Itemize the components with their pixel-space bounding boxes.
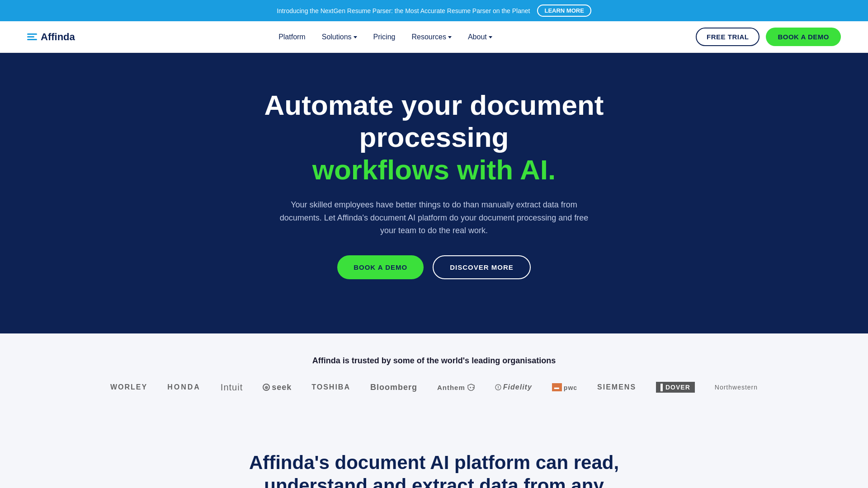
book-demo-nav-button[interactable]: BOOK A DEMO	[766, 28, 841, 46]
nav-link-pricing[interactable]: Pricing	[373, 33, 396, 41]
trusted-title: Affinda is trusted by some of the world'…	[0, 356, 868, 366]
logo-honda: HONDA	[167, 383, 201, 391]
logo-icon	[27, 33, 37, 40]
nav-item-pricing[interactable]: Pricing	[373, 33, 396, 41]
logo-seek: ⊕ seek	[263, 383, 292, 392]
bottom-section: Affinda's document AI platform can read,…	[0, 420, 868, 488]
logo-bloomberg: Bloomberg	[370, 383, 417, 392]
logo-pwc: ▬ pwc	[552, 383, 577, 391]
logo-fidelity: Fidelity	[495, 383, 532, 391]
chevron-down-icon	[489, 36, 492, 38]
logo-anthem: Anthem ✦✦	[437, 384, 475, 391]
svg-text:✦✦: ✦✦	[469, 386, 475, 389]
logo-worley: Worley	[110, 383, 147, 391]
top-banner: Introducing the NextGen Resume Parser: t…	[0, 0, 868, 21]
nav-link-resources[interactable]: Resources	[411, 33, 451, 41]
anthem-shield-icon: ✦✦	[467, 384, 475, 391]
hero-heading-main: Automate your document processing	[264, 89, 604, 153]
logo-northwestern: Northwestern	[715, 384, 758, 391]
hero-book-demo-button[interactable]: BOOK A DEMO	[337, 255, 424, 279]
logo-siemens: SIEMENS	[597, 383, 636, 391]
hero-buttons: BOOK A DEMO DISCOVER MORE	[18, 255, 850, 279]
hero-heading-highlight: workflows with AI.	[312, 154, 556, 185]
nav-menu: Platform Solutions Pricing Resources Abo…	[278, 33, 492, 41]
logo-toshiba: TOSHIBA	[311, 383, 350, 391]
nav-item-about[interactable]: About	[468, 33, 492, 41]
bottom-heading: Affinda's document AI platform can read,…	[231, 451, 637, 488]
logo-dover: ▌DOVER	[656, 382, 695, 393]
nav-link-platform[interactable]: Platform	[278, 33, 306, 41]
navbar: Affinda Platform Solutions Pricing Resou…	[0, 21, 868, 53]
logo-text: Affinda	[41, 31, 75, 43]
nav-link-about[interactable]: About	[468, 33, 492, 41]
logos-strip: Worley HONDA Intuit ⊕ seek TOSHIBA Bloom…	[0, 382, 868, 393]
hero-section: Automate your document processing workfl…	[0, 53, 868, 333]
hero-heading: Automate your document processing workfl…	[231, 89, 637, 186]
nav-link-solutions[interactable]: Solutions	[322, 33, 357, 41]
navbar-actions: FREE TRIAL BOOK A DEMO	[696, 28, 841, 46]
logo-link[interactable]: Affinda	[27, 31, 75, 43]
chevron-down-icon	[448, 36, 452, 38]
seek-globe-icon: ⊕	[263, 384, 270, 391]
hero-discover-more-button[interactable]: DISCOVER MORE	[433, 255, 531, 279]
pwc-box-icon: ▬	[552, 383, 562, 391]
trusted-section: Affinda is trusted by some of the world'…	[0, 333, 868, 420]
chevron-down-icon	[354, 36, 357, 38]
free-trial-button[interactable]: FREE TRIAL	[696, 28, 760, 46]
logo-intuit: Intuit	[221, 382, 243, 393]
nav-item-solutions[interactable]: Solutions	[322, 33, 357, 41]
hero-subtext: Your skilled employees have better thing…	[276, 198, 592, 237]
nav-item-resources[interactable]: Resources	[411, 33, 451, 41]
banner-learn-more-button[interactable]: LEARN MORE	[537, 5, 591, 17]
banner-text: Introducing the NextGen Resume Parser: t…	[277, 7, 530, 14]
nav-item-platform[interactable]: Platform	[278, 33, 306, 41]
fidelity-icon	[495, 384, 501, 390]
